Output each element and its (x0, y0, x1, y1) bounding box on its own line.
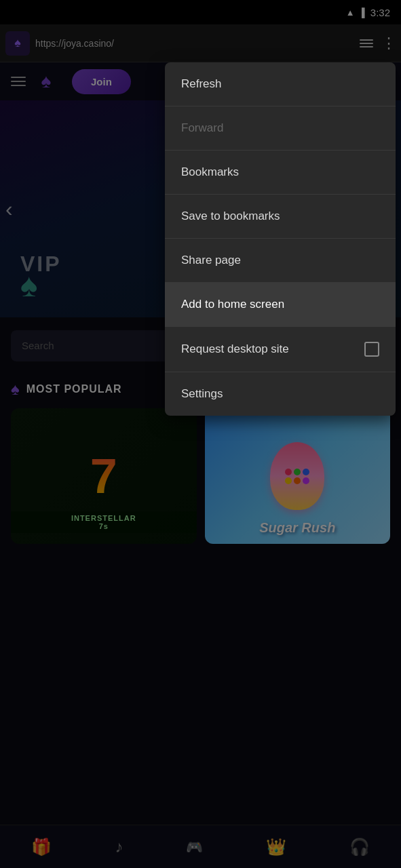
menu-item-share-page[interactable]: Share page (165, 239, 396, 283)
forward-label: Forward (181, 121, 223, 135)
add-home-label: Add to home screen (181, 298, 284, 311)
menu-item-save-bookmarks[interactable]: Save to bookmarks (165, 195, 396, 239)
save-bookmarks-label: Save to bookmarks (181, 210, 280, 223)
menu-item-desktop-site[interactable]: Request desktop site (165, 327, 396, 372)
share-page-label: Share page (181, 254, 241, 267)
settings-label: Settings (181, 387, 223, 401)
bookmarks-label: Bookmarks (181, 165, 239, 179)
desktop-site-checkbox[interactable] (364, 342, 379, 357)
refresh-label: Refresh (181, 77, 222, 91)
desktop-site-label: Request desktop site (181, 342, 289, 356)
menu-item-settings[interactable]: Settings (165, 372, 396, 416)
menu-item-add-home[interactable]: Add to home screen (165, 283, 396, 327)
context-menu-overlay[interactable]: Refresh Forward Bookmarks Save to bookma… (0, 0, 401, 868)
context-menu: Refresh Forward Bookmarks Save to bookma… (165, 62, 396, 416)
menu-item-refresh[interactable]: Refresh (165, 62, 396, 106)
menu-item-bookmarks[interactable]: Bookmarks (165, 151, 396, 195)
menu-item-forward[interactable]: Forward (165, 106, 396, 151)
